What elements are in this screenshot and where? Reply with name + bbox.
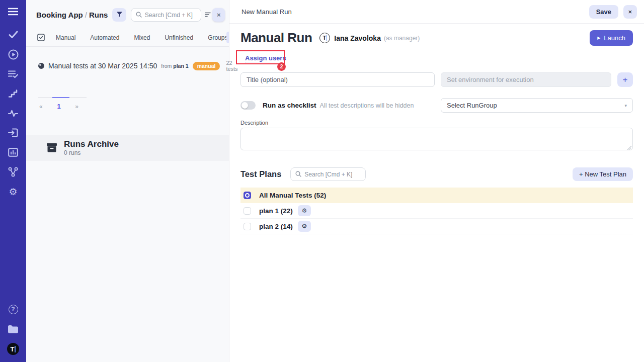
annotation-step-badge: 2 (277, 62, 286, 71)
breadcrumb-page: Runs (89, 11, 108, 19)
pagination: « 1 » (38, 97, 87, 110)
environment-input[interactable] (441, 72, 611, 87)
rungroup-value: Select RunGroup (447, 102, 497, 109)
checklist-label: Run as checklist (263, 102, 316, 109)
report-chart-icon[interactable] (8, 147, 19, 158)
run-as-checklist-toggle[interactable] (240, 101, 256, 110)
runs-archive-row[interactable]: Runs Archive 0 runs (26, 135, 229, 161)
description-label: Description (240, 120, 633, 126)
tab-groups[interactable]: Groups (208, 34, 227, 41)
play-circle-icon[interactable] (8, 49, 19, 60)
run-heading: Manual Run (240, 30, 312, 46)
play-icon: ▶ (597, 36, 600, 40)
run-type-badge: manual (193, 62, 220, 70)
breadcrumb-separator: / (83, 11, 89, 19)
filter-button[interactable] (112, 8, 126, 22)
branch-icon[interactable] (8, 166, 19, 177)
pagination-active-indicator (52, 97, 69, 98)
archive-count: 0 runs (64, 149, 119, 156)
rungroup-select[interactable]: Select RunGroup ▾ (441, 98, 633, 113)
run-list-item[interactable]: Manual tests at 30 Mar 2025 14:50 from p… (26, 53, 229, 77)
main-panel: New Manual Run Save × Manual Run T Iana … (229, 0, 644, 362)
plan-settings-gear-button[interactable]: ⚙ (298, 221, 311, 232)
check-icon[interactable] (8, 29, 19, 40)
icon-sidebar: ⚙ ? T (0, 0, 26, 362)
help-icon[interactable]: ? (8, 304, 19, 315)
test-plans-section: Test Plans + New Test Plan All Manual Te… (240, 167, 633, 234)
page-title: New Manual Run (242, 8, 292, 16)
tab-mixed[interactable]: Mixed (134, 34, 150, 41)
test-plans-list: All Manual Tests (52) plan 1 (22) ⚙ plan… (240, 188, 633, 234)
pagination-next-button[interactable]: » (75, 103, 78, 110)
run-title: Manual tests at 30 Mar 2025 14:50 (48, 62, 157, 70)
breadcrumb: Booking App/Runs (36, 11, 108, 19)
runs-panel-header: Booking App/Runs × (26, 0, 229, 29)
test-plans-search[interactable] (290, 167, 366, 181)
search-icon (295, 170, 301, 179)
owner-role: (as manager) (384, 35, 420, 42)
test-plan-row-all-manual[interactable]: All Manual Tests (52) (240, 188, 633, 203)
pulse-icon[interactable] (8, 108, 19, 119)
run-tests-count: 22 tests (226, 60, 237, 72)
description-textarea[interactable] (240, 128, 633, 150)
tab-manual[interactable]: Manual (56, 34, 75, 41)
runs-panel: Booking App/Runs × Manual Automated Mixe… (26, 0, 229, 362)
pagination-page-1[interactable]: 1 (57, 103, 60, 110)
run-from: from plan 1 (161, 63, 188, 69)
run-form-content: Manual Run T Iana Zavoloka (as manager) … (229, 24, 644, 234)
test-plan-label: plan 2 (14) (259, 223, 293, 230)
pagination-prev-button[interactable]: « (39, 103, 43, 110)
run-form: + Run as checklist All test descriptions… (240, 72, 633, 152)
add-environment-button[interactable]: + (617, 72, 633, 87)
runs-search-input[interactable] (145, 12, 197, 19)
app-logo[interactable]: T (7, 343, 19, 355)
archive-box-icon (46, 143, 57, 153)
funnel-icon (116, 11, 123, 19)
assign-users-link[interactable]: Assign users (245, 54, 286, 62)
panel-close-button[interactable]: × (212, 8, 225, 22)
breadcrumb-project[interactable]: Booking App (36, 11, 83, 19)
test-plan-row-plan-1[interactable]: plan 1 (22) ⚙ (240, 203, 633, 219)
run-heading-row: Manual Run T Iana Zavoloka (as manager) … (240, 30, 633, 46)
archive-title: Runs Archive (64, 139, 119, 149)
owner-avatar: T (319, 33, 330, 43)
checkbox-unchecked[interactable] (244, 223, 251, 230)
select-all-checkbox-icon[interactable] (37, 34, 45, 41)
main-header: New Manual Run Save × (229, 0, 644, 24)
checklist-hint: All test descriptions will be hidden (320, 102, 414, 109)
close-button[interactable]: × (623, 5, 637, 19)
test-plan-label: plan 1 (22) (259, 207, 293, 215)
run-globe-icon (38, 63, 44, 69)
test-plan-row-plan-2[interactable]: plan 2 (14) ⚙ (240, 219, 633, 234)
launch-button[interactable]: ▶ Launch (590, 30, 633, 46)
save-button[interactable]: Save (589, 5, 618, 19)
app-window: ⚙ ? T Booking App/Runs × (0, 0, 644, 362)
test-plans-heading: Test Plans (240, 169, 281, 179)
checkbox-unchecked[interactable] (244, 207, 251, 215)
tab-overflow-sliver (226, 32, 229, 43)
assign-users-row: Assign users 2 (240, 51, 633, 69)
test-plans-search-input[interactable] (304, 171, 361, 178)
runs-search[interactable] (131, 8, 202, 22)
search-icon (136, 11, 142, 20)
plan-settings-gear-button[interactable]: ⚙ (298, 205, 311, 216)
run-plan-name: plan 1 (173, 63, 188, 69)
owner-name: Iana Zavoloka (334, 34, 381, 42)
gear-icon[interactable]: ⚙ (8, 186, 19, 197)
runs-tabs: Manual Automated Mixed Unfinished Groups (26, 29, 229, 47)
new-test-plan-button[interactable]: + New Test Plan (573, 167, 633, 181)
import-icon[interactable] (8, 127, 19, 138)
tab-unfinished[interactable]: Unfinished (165, 34, 193, 41)
tab-automated[interactable]: Automated (90, 34, 119, 41)
title-input[interactable] (240, 72, 435, 87)
checkbox-checked[interactable] (244, 192, 251, 199)
steps-icon[interactable] (8, 88, 19, 99)
sort-icon[interactable] (205, 11, 211, 20)
folder-icon[interactable] (8, 323, 19, 334)
test-plan-label: All Manual Tests (52) (259, 192, 326, 199)
menu-icon[interactable] (8, 6, 19, 17)
chevron-down-icon: ▾ (624, 103, 627, 108)
list-check-icon[interactable] (8, 68, 19, 79)
